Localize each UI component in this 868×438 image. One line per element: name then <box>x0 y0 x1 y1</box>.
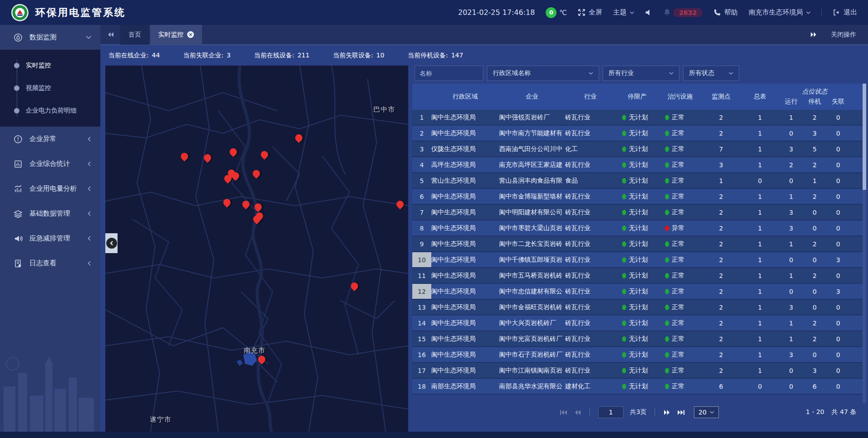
divider <box>590 408 590 416</box>
table-row-8[interactable]: 8阆中生态环境局阆中市枣碧大梁山页岩砖瓦行业无计划异常21300 <box>412 221 866 236</box>
name-filter-input[interactable] <box>415 66 483 81</box>
tabs-scroll-left-button[interactable] <box>100 24 120 45</box>
datetime-label: 2021-02-25 17:46:18 <box>458 8 535 17</box>
table-row-6[interactable]: 6阆中生态环境局阆中市金博瑞新型墙材砖瓦行业无计划正常21120 <box>412 189 866 205</box>
table-row-4[interactable]: 4高坪生态环境局南充市高坪区王家店建砖瓦行业无计划正常31220 <box>412 157 866 173</box>
scrollbar-thumb[interactable] <box>863 84 866 190</box>
row-number: 15 <box>412 331 431 346</box>
table-row-3[interactable]: 3仪陇生态环境局西南油气田分公司川中化工无计划正常71350 <box>412 141 866 157</box>
region-filter-select[interactable]: 行政区域名称 <box>487 66 599 81</box>
sidebar-item-data-monitoring[interactable]: 数据监测 <box>0 25 100 50</box>
mute-button[interactable] <box>645 9 653 16</box>
stat-offline-enterprises: 当前失联企业:3 <box>184 52 231 60</box>
next-page-button[interactable] <box>663 410 671 415</box>
map-panel[interactable]: 巴中市南充市遂宁市 <box>105 66 408 432</box>
theme-menu[interactable]: 主题 <box>613 8 634 17</box>
stop-cell: 0 <box>803 288 826 295</box>
facility-status-cell: 正常 <box>659 272 702 280</box>
lost-cell: 0 <box>826 225 850 232</box>
industry-cell: 砖瓦行业 <box>565 224 616 232</box>
temperature-badge: 0 <box>546 7 557 18</box>
page-size-select[interactable]: 20 <box>694 406 719 418</box>
page-number-input[interactable] <box>598 406 623 418</box>
limit-status-cell: 无计划 <box>616 382 659 391</box>
table-row-14[interactable]: 14阆中生态环境局阆中大兴页岩机砖厂砖瓦行业无计划正常21120 <box>412 316 866 331</box>
facility-status-cell: 正常 <box>659 129 702 137</box>
enterprise-cell: 阆中明阳建材有限公司 <box>499 208 565 217</box>
sidebar-subitem[interactable]: 视频监控 <box>0 77 100 99</box>
sidebar-item-electricity-analysis[interactable]: 企业用电量分析 <box>0 176 100 201</box>
limit-status-cell: 无计划 <box>616 224 659 232</box>
sidebar-item-log-view[interactable]: 日志查看 <box>0 251 100 276</box>
tab-realtime-monitor[interactable]: 实时监控 <box>150 24 202 45</box>
status-filter-select[interactable]: 所有状态 <box>683 66 739 81</box>
table-row-12[interactable]: 12阆中生态环境局阆中市忠信建材有限公砖瓦行业无计划正常21003 <box>412 284 866 300</box>
row-number: 5 <box>412 173 431 188</box>
sidebar-item-enterprise-statistics[interactable]: 企业综合统计 <box>0 151 100 176</box>
table-scrollbar[interactable] <box>863 84 866 403</box>
status-dot-icon <box>622 226 626 231</box>
district-cell: 阆中生态环境局 <box>431 129 499 137</box>
status-dot-icon <box>665 115 669 120</box>
double-chevron-right-icon[interactable] <box>810 32 817 38</box>
table-row-18[interactable]: 18南部生态环境局南部县兆华水泥有限公建材化工无计划正常60060 <box>412 379 866 395</box>
status-dot-icon <box>665 384 669 389</box>
sidebar-item-enterprise-abnormal[interactable]: 企业异常 <box>0 127 100 151</box>
table-row-5[interactable]: 5营山生态环境局营山县润丰肉食品有限食品无计划正常10010 <box>412 173 866 189</box>
run-cell: 1 <box>779 335 803 343</box>
table-row-15[interactable]: 15阆中生态环境局阆中市光富页岩机砖厂砖瓦行业无计划正常21120 <box>412 331 866 347</box>
sidebar-item-emergency-reduction[interactable]: 应急减排管理 <box>0 226 100 251</box>
table-row-10[interactable]: 10阆中生态环境局阆中千佛镇五郎垭页岩砖瓦行业无计划正常21003 <box>412 252 866 268</box>
table-row-13[interactable]: 13阆中生态环境局阆中市金福旺页岩机砖砖瓦行业无计划正常21300 <box>412 300 866 316</box>
status-dot-icon <box>622 305 626 310</box>
facility-status-cell: 正常 <box>659 177 702 185</box>
district-cell: 阆中生态环境局 <box>431 287 499 296</box>
first-page-button[interactable] <box>560 410 567 415</box>
meters-cell: 1 <box>741 130 779 137</box>
sidebar-item-base-data[interactable]: 基础数据管理 <box>0 201 100 226</box>
main-area: 首页 实时监控 关闭操作 当前在线企业:44当前失联企业:3当前在线设备:211… <box>100 25 868 432</box>
sidebar-subitem[interactable]: 企业电力负荷明细 <box>0 99 100 122</box>
prev-page-button[interactable] <box>574 410 581 415</box>
table-row-16[interactable]: 16阆中生态环境局阆中市石子页岩机砖厂砖瓦行业无计划正常21300 <box>412 347 866 363</box>
stat-value: 10 <box>376 52 384 60</box>
facility-status-cell: 正常 <box>659 303 702 311</box>
status-dot-icon <box>665 336 669 342</box>
last-page-button[interactable] <box>677 410 685 415</box>
sidebar-subitem-label: 实时监控 <box>26 61 51 70</box>
map-collapse-button[interactable] <box>105 233 118 253</box>
district-cell: 阆中生态环境局 <box>431 224 499 232</box>
facility-status-cell: 正常 <box>659 256 702 264</box>
status-dot-icon <box>622 384 626 389</box>
table-row-1[interactable]: 1阆中生态环境局阆中强锐页岩砖厂砖瓦行业无计划正常21120 <box>412 110 866 126</box>
monitor-points-cell: 2 <box>702 304 741 311</box>
status-dot-icon <box>665 320 669 326</box>
table-row-7[interactable]: 7阆中生态环境局阆中明阳建材有限公司砖瓦行业无计划正常21300 <box>412 205 866 221</box>
industry-filter-select[interactable]: 所有行业 <box>603 66 679 81</box>
chevron-down-icon <box>630 11 634 14</box>
notification-area[interactable]: 2632 <box>664 8 703 17</box>
meters-cell: 1 <box>741 367 779 374</box>
point-status-label: 点位状态 <box>779 88 850 96</box>
stop-cell: 0 <box>803 304 826 311</box>
table-row-9[interactable]: 9阆中生态环境局阆中市二龙长宝页岩砖砖瓦行业无计划正常21120 <box>412 236 866 252</box>
fullscreen-button[interactable]: 全屏 <box>578 8 602 17</box>
organization-menu[interactable]: 南充市生态环境局 <box>749 8 811 17</box>
close-icon <box>189 33 192 36</box>
close-operations-button[interactable]: 关闭操作 <box>831 31 856 39</box>
table-row-11[interactable]: 11阆中生态环境局阆中市五马桥页岩机砖砖瓦行业无计划正常21120 <box>412 268 866 284</box>
enterprise-cell: 营山县润丰肉食品有限 <box>499 177 565 185</box>
table-row-17[interactable]: 17阆中生态环境局阆中市江南镇阆南页岩砖瓦行业无计划正常21030 <box>412 363 866 379</box>
table-row-2[interactable]: 2阆中生态环境局阆中市南方节能建材有砖瓦行业无计划正常21030 <box>412 126 866 141</box>
meters-cell: 1 <box>741 335 779 343</box>
logout-button[interactable]: 退出 <box>833 8 857 17</box>
help-button[interactable]: 帮助 <box>713 8 738 17</box>
enterprise-cell: 阆中市二龙长宝页岩砖 <box>499 240 565 248</box>
monitor-points-cell: 2 <box>702 240 741 248</box>
tab-home[interactable]: 首页 <box>120 24 149 45</box>
stat-label: 当前停机设备: <box>408 52 448 60</box>
status-dot-icon <box>665 162 669 168</box>
tab-close-button[interactable] <box>187 31 194 38</box>
row-number: 8 <box>412 221 431 235</box>
sidebar-subitem[interactable]: 实时监控 <box>0 54 100 77</box>
